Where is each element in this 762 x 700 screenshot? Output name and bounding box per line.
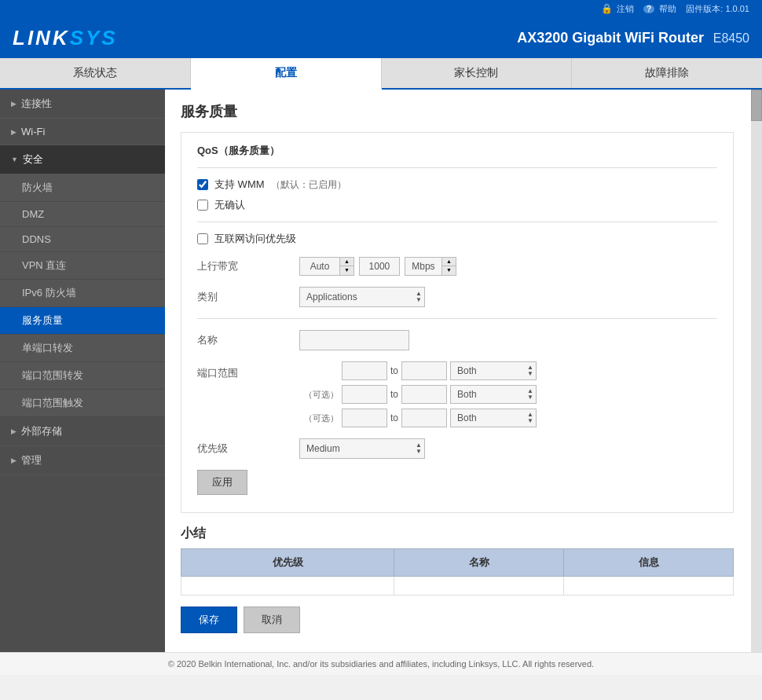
- sidebar-item-ipv6fw[interactable]: IPv6 防火墙: [0, 280, 165, 307]
- unit-down-btn[interactable]: ▼: [442, 266, 456, 274]
- category-select[interactable]: Applications Online Games MAC Address Et…: [299, 287, 425, 307]
- sidebar-item-security[interactable]: ▼ 安全: [0, 145, 165, 174]
- port-range-rows: to Both TCP UDP ▲▼: [299, 361, 537, 427]
- port3-to-label: to: [390, 412, 398, 423]
- unit-up-btn[interactable]: ▲: [442, 258, 456, 266]
- port-row-2: （可选） to Both TCP UDP ▲▼: [299, 385, 537, 404]
- name-input[interactable]: [299, 330, 409, 350]
- summary-header-name: 名称: [394, 549, 564, 577]
- upstream-auto-spinner: ▲ ▼: [299, 257, 354, 276]
- sidebar-item-portrange[interactable]: 端口范围转发: [0, 362, 165, 390]
- port2-optional: （可选）: [299, 389, 339, 401]
- port2-protocol-wrap: Both TCP UDP ▲▼: [450, 385, 537, 404]
- tab-troubleshoot[interactable]: 故障排除: [572, 58, 762, 88]
- category-label: 类别: [197, 290, 299, 304]
- sidebar-item-portfwd[interactable]: 单端口转发: [0, 335, 165, 362]
- port3-optional: （可选）: [299, 412, 339, 424]
- summary-table: 优先级 名称 信息: [181, 548, 734, 596]
- noack-row: 无确认: [197, 198, 717, 212]
- category-select-wrap: Applications Online Games MAC Address Et…: [299, 287, 425, 307]
- upstream-value-input[interactable]: 1000: [359, 257, 400, 276]
- summary-title: 小结: [181, 526, 734, 542]
- upstream-unit-spinner: ▲ ▼: [405, 257, 456, 276]
- auto-down-btn[interactable]: ▼: [340, 266, 354, 274]
- internet-priority-row: 互联网访问优先级: [197, 232, 717, 246]
- arrow-icon: ▶: [11, 100, 16, 108]
- port1-protocol-select[interactable]: Both TCP UDP: [450, 361, 537, 380]
- port3-protocol-select[interactable]: Both TCP UDP: [450, 409, 537, 427]
- name-label: 名称: [197, 333, 299, 347]
- internet-priority-label[interactable]: 互联网访问优先级: [214, 232, 296, 246]
- summary-section: 小结 优先级 名称 信息: [181, 526, 734, 596]
- summary-cell: [394, 577, 564, 596]
- arrow-icon: ▶: [11, 427, 16, 435]
- scroll-thumb[interactable]: [751, 90, 762, 121]
- arrow-down-icon: ▼: [11, 156, 18, 163]
- tab-status[interactable]: 系统状态: [0, 58, 191, 88]
- content-area: 服务质量 QoS（服务质量） 支持 WMM （默认：已启用） 无确认 互联网访问…: [165, 90, 762, 652]
- noack-checkbox[interactable]: [197, 200, 208, 211]
- tab-parental[interactable]: 家长控制: [382, 58, 573, 88]
- arrow-icon: ▶: [11, 456, 16, 464]
- priority-row: 优先级 Highest High Medium Low Lowest ▲▼: [197, 438, 717, 459]
- scrollbar[interactable]: [751, 90, 762, 652]
- priority-select-wrap: Highest High Medium Low Lowest ▲▼: [299, 438, 425, 459]
- footer: © 2020 Belkin International, Inc. and/or…: [0, 652, 762, 675]
- wmm-row: 支持 WMM （默认：已启用）: [197, 178, 717, 192]
- port-row-3: （可选） to Both TCP UDP ▲▼: [299, 409, 537, 427]
- tab-config[interactable]: 配置: [191, 58, 382, 90]
- apply-row: 应用: [197, 470, 717, 495]
- sidebar-item-firewall[interactable]: 防火墙: [0, 174, 165, 202]
- sidebar-item-connectivity[interactable]: ▶ 连接性: [0, 90, 165, 119]
- sidebar-item-storage[interactable]: ▶ 外部存储: [0, 417, 165, 446]
- port2-to[interactable]: [401, 385, 447, 404]
- port-row-1: to Both TCP UDP ▲▼: [299, 361, 537, 380]
- tab-bar: 系统状态 配置 家长控制 故障排除: [0, 58, 762, 90]
- summary-header-info: 信息: [564, 549, 734, 577]
- sidebar-item-wifi[interactable]: ▶ Wi-Fi: [0, 119, 165, 145]
- port3-to[interactable]: [401, 409, 447, 427]
- port2-protocol-select[interactable]: Both TCP UDP: [450, 385, 537, 404]
- upstream-label: 上行带宽: [197, 259, 299, 273]
- port-range-section: 端口范围 to Both TCP UDP: [197, 361, 717, 427]
- category-row: 类别 Applications Online Games MAC Address…: [197, 287, 717, 307]
- qos-section: QoS（服务质量） 支持 WMM （默认：已启用） 无确认 互联网访问优先级: [181, 132, 734, 513]
- port1-to[interactable]: [401, 361, 447, 380]
- router-info: AX3200 Gigabit WiFi Router E8450: [517, 30, 749, 46]
- sidebar-item-vpn[interactable]: VPN 直连: [0, 252, 165, 280]
- upstream-auto-input[interactable]: [299, 257, 340, 276]
- port1-to-label: to: [390, 365, 398, 376]
- sidebar-item-ddns[interactable]: DDNS: [0, 227, 165, 252]
- port1-from[interactable]: [342, 361, 387, 380]
- priority-select[interactable]: Highest High Medium Low Lowest: [299, 438, 425, 459]
- sidebar: ▶ 连接性 ▶ Wi-Fi ▼ 安全 防火墙 DMZ DDNS VPN 直连 I…: [0, 90, 165, 652]
- upstream-controls: ▲ ▼ 1000 ▲ ▼: [299, 257, 456, 276]
- sidebar-item-admin[interactable]: ▶ 管理: [0, 446, 165, 475]
- summary-cell: [181, 577, 394, 596]
- cancel-button[interactable]: 取消: [244, 607, 300, 633]
- summary-cell: [564, 577, 734, 596]
- qos-section-title: QoS（服务质量）: [197, 144, 717, 158]
- auto-up-btn[interactable]: ▲: [340, 258, 354, 266]
- apply-button[interactable]: 应用: [197, 470, 247, 495]
- sidebar-item-qos[interactable]: 服务质量: [0, 307, 165, 335]
- logo: LINKSYS: [13, 26, 118, 50]
- port2-to-label: to: [390, 389, 398, 400]
- port3-from[interactable]: [342, 409, 387, 427]
- internet-priority-checkbox[interactable]: [197, 233, 208, 244]
- wmm-checkbox[interactable]: [197, 179, 208, 190]
- port2-from[interactable]: [342, 385, 387, 404]
- logout-link[interactable]: 🔒 注销: [601, 3, 634, 15]
- port1-protocol-wrap: Both TCP UDP ▲▼: [450, 361, 537, 380]
- save-button[interactable]: 保存: [181, 607, 237, 633]
- firmware-info: 固件版本: 1.0.01: [686, 3, 749, 15]
- upstream-unit-input[interactable]: [405, 257, 442, 276]
- help-link[interactable]: ? 帮助: [643, 3, 676, 15]
- bottom-buttons: 保存 取消: [181, 607, 746, 640]
- noack-label[interactable]: 无确认: [214, 198, 245, 212]
- priority-label: 优先级: [197, 442, 299, 456]
- summary-header-priority: 优先级: [181, 549, 394, 577]
- sidebar-item-dmz[interactable]: DMZ: [0, 202, 165, 227]
- wmm-label[interactable]: 支持 WMM: [214, 178, 265, 192]
- sidebar-item-porttrigger[interactable]: 端口范围触发: [0, 390, 165, 417]
